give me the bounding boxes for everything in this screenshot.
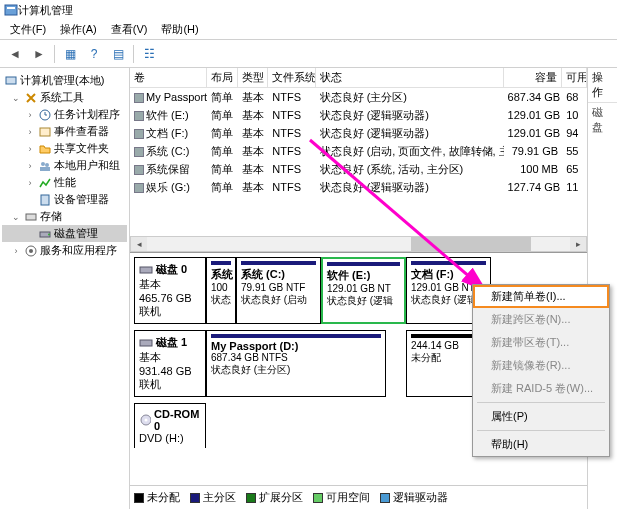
- actions-header: 操作: [588, 68, 617, 103]
- cdrom-icon: [139, 413, 151, 427]
- nav-tree: 计算机管理(本地) ⌄系统工具 ›任务计划程序 ›事件查看器 ›共享文件夹 ›本…: [0, 68, 130, 509]
- computer-icon: [4, 74, 18, 88]
- col-status[interactable]: 状态: [316, 68, 504, 87]
- legend-primary: 主分区: [190, 490, 236, 505]
- forward-button[interactable]: ►: [28, 43, 50, 65]
- legend-unallocated: 未分配: [134, 490, 180, 505]
- svg-point-17: [145, 419, 148, 422]
- col-type[interactable]: 类型: [238, 68, 269, 87]
- scroll-left-arrow[interactable]: ◂: [131, 237, 147, 251]
- svg-rect-0: [5, 5, 17, 15]
- expand-icon[interactable]: ›: [24, 127, 36, 137]
- volume-list: 卷 布局 类型 文件系统 状态 容量 可用 My Passport (D:)简单…: [130, 68, 587, 196]
- window-title: 计算机管理: [18, 3, 73, 18]
- svg-rect-2: [6, 77, 16, 84]
- legend-free: 可用空间: [313, 490, 370, 505]
- svg-rect-4: [40, 128, 50, 136]
- col-capacity[interactable]: 容量: [504, 68, 563, 87]
- svg-rect-8: [41, 195, 49, 205]
- svg-rect-7: [40, 167, 50, 171]
- col-filesystem[interactable]: 文件系统: [268, 68, 315, 87]
- col-free[interactable]: 可用: [562, 68, 587, 87]
- scroll-right-arrow[interactable]: ▸: [570, 237, 586, 251]
- back-button[interactable]: ◄: [4, 43, 26, 65]
- cdrom-label[interactable]: CD-ROM 0 DVD (H:): [134, 403, 206, 448]
- tree-disk-management[interactable]: 磁盘管理: [2, 225, 127, 242]
- actions-item[interactable]: 磁盘: [588, 103, 617, 137]
- ctx-new-striped-volume: 新建带区卷(T)...: [473, 331, 609, 354]
- expand-icon[interactable]: ›: [24, 178, 36, 188]
- partition[interactable]: 系统100状态: [206, 257, 236, 324]
- tree-storage[interactable]: ⌄存储: [2, 208, 127, 225]
- svg-point-13: [29, 249, 33, 253]
- svg-rect-14: [140, 267, 152, 273]
- tree-event-viewer[interactable]: ›事件查看器: [2, 123, 127, 140]
- ctx-new-mirrored-volume: 新建镜像卷(R)...: [473, 354, 609, 377]
- partition[interactable]: My Passport (D:)687.34 GB NTFS状态良好 (主分区): [206, 330, 386, 397]
- legend-extended: 扩展分区: [246, 490, 303, 505]
- event-icon: [38, 125, 52, 139]
- disk-icon: [38, 227, 52, 241]
- view-button[interactable]: ☷: [138, 43, 160, 65]
- tree-root[interactable]: 计算机管理(本地): [2, 72, 127, 89]
- collapse-icon[interactable]: ⌄: [10, 93, 22, 103]
- volume-row[interactable]: My Passport (D:)简单基本NTFS状态良好 (主分区)687.34…: [130, 88, 587, 106]
- expand-icon[interactable]: ›: [24, 110, 36, 120]
- scroll-thumb[interactable]: [411, 237, 531, 251]
- disk-icon: [139, 336, 153, 350]
- legend: 未分配 主分区 扩展分区 可用空间 逻辑驱动器: [130, 485, 587, 509]
- tree-services-apps[interactable]: ›服务和应用程序: [2, 242, 127, 259]
- tree-local-users[interactable]: ›本地用户和组: [2, 157, 127, 174]
- volume-row[interactable]: 文档 (F:)简单基本NTFS状态良好 (逻辑驱动器)129.01 GB94: [130, 124, 587, 142]
- svg-rect-15: [140, 340, 152, 346]
- volume-row[interactable]: 娱乐 (G:)简单基本NTFS状态良好 (逻辑驱动器)127.74 GB11: [130, 178, 587, 196]
- tree-device-manager[interactable]: 设备管理器: [2, 191, 127, 208]
- ctx-help[interactable]: 帮助(H): [473, 433, 609, 456]
- services-icon: [24, 244, 38, 258]
- folder-icon: [38, 142, 52, 156]
- horizontal-scrollbar[interactable]: ◂ ▸: [130, 236, 587, 252]
- volume-row[interactable]: 系统 (C:)简单基本NTFS状态良好 (启动, 页面文件, 故障转储, 主分区…: [130, 142, 587, 160]
- show-hide-tree-button[interactable]: ▦: [59, 43, 81, 65]
- ctx-new-raid5-volume: 新建 RAID-5 卷(W)...: [473, 377, 609, 400]
- volume-row[interactable]: 软件 (E:)简单基本NTFS状态良好 (逻辑驱动器)129.01 GB10: [130, 106, 587, 124]
- disk-icon: [139, 263, 153, 277]
- partition[interactable]: 系统 (C:)79.91 GB NTF状态良好 (启动: [236, 257, 321, 324]
- col-layout[interactable]: 布局: [207, 68, 238, 87]
- tree-task-scheduler[interactable]: ›任务计划程序: [2, 106, 127, 123]
- disk-1-label[interactable]: 磁盘 1 基本931.48 GB联机: [134, 330, 206, 397]
- toolbar: ◄ ► ▦ ? ▤ ☷: [0, 40, 617, 68]
- disk-0-label[interactable]: 磁盘 0 基本465.76 GB联机: [134, 257, 206, 324]
- ctx-properties[interactable]: 属性(P): [473, 405, 609, 428]
- ctx-new-simple-volume[interactable]: 新建简单卷(I)...: [473, 285, 609, 308]
- svg-point-5: [41, 162, 45, 166]
- svg-rect-1: [7, 7, 15, 9]
- perf-icon: [38, 176, 52, 190]
- partition[interactable]: 软件 (E:)129.01 GB NT状态良好 (逻辑: [321, 257, 406, 324]
- tree-performance[interactable]: ›性能: [2, 174, 127, 191]
- menu-bar: 文件(F) 操作(A) 查看(V) 帮助(H): [0, 20, 617, 40]
- storage-icon: [24, 210, 38, 224]
- volume-row[interactable]: 系统保留简单基本NTFS状态良好 (系统, 活动, 主分区)100 MB65: [130, 160, 587, 178]
- context-menu: 新建简单卷(I)... 新建跨区卷(N)... 新建带区卷(T)... 新建镜像…: [472, 284, 610, 457]
- device-icon: [38, 193, 52, 207]
- tree-systools[interactable]: ⌄系统工具: [2, 89, 127, 106]
- app-icon: [4, 3, 18, 17]
- expand-icon[interactable]: ›: [10, 246, 22, 256]
- collapse-icon[interactable]: ⌄: [10, 212, 22, 222]
- menu-view[interactable]: 查看(V): [105, 20, 154, 39]
- menu-help[interactable]: 帮助(H): [155, 20, 204, 39]
- svg-rect-9: [26, 214, 36, 220]
- legend-logical: 逻辑驱动器: [380, 490, 448, 505]
- svg-point-11: [48, 233, 50, 235]
- expand-icon[interactable]: ›: [24, 161, 36, 171]
- menu-action[interactable]: 操作(A): [54, 20, 103, 39]
- tree-shared-folders[interactable]: ›共享文件夹: [2, 140, 127, 157]
- menu-file[interactable]: 文件(F): [4, 20, 52, 39]
- svg-point-6: [45, 163, 49, 167]
- clock-icon: [38, 108, 52, 122]
- properties-button[interactable]: ▤: [107, 43, 129, 65]
- help-button[interactable]: ?: [83, 43, 105, 65]
- col-volume[interactable]: 卷: [130, 68, 207, 87]
- expand-icon[interactable]: ›: [24, 144, 36, 154]
